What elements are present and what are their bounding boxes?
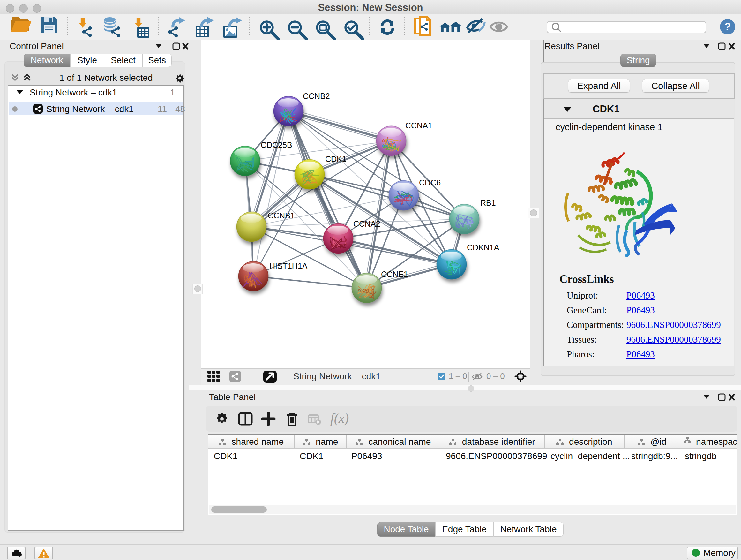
svg-text:CDKN1A: CDKN1A	[467, 243, 499, 252]
svg-text:CCNB2: CCNB2	[303, 91, 330, 101]
svg-text:CDC25B: CDC25B	[261, 140, 292, 149]
svg-text:0 – 0: 0 – 0	[486, 371, 505, 381]
svg-text:1 – 0: 1 – 0	[449, 371, 467, 381]
svg-text:CCNE1: CCNE1	[381, 270, 408, 279]
svg-text:CDC6: CDC6	[419, 178, 441, 187]
svg-text:CCNB1: CCNB1	[268, 211, 295, 220]
svg-text:?: ?	[724, 20, 731, 33]
svg-text:CCNA2: CCNA2	[353, 219, 381, 228]
svg-text:RB1: RB1	[480, 198, 496, 207]
svg-text:CDK1: CDK1	[325, 154, 347, 164]
svg-text:CCNA1: CCNA1	[405, 121, 432, 130]
svg-text:HIST1H1A: HIST1H1A	[269, 261, 308, 270]
svg-text:f(x): f(x)	[330, 411, 349, 426]
